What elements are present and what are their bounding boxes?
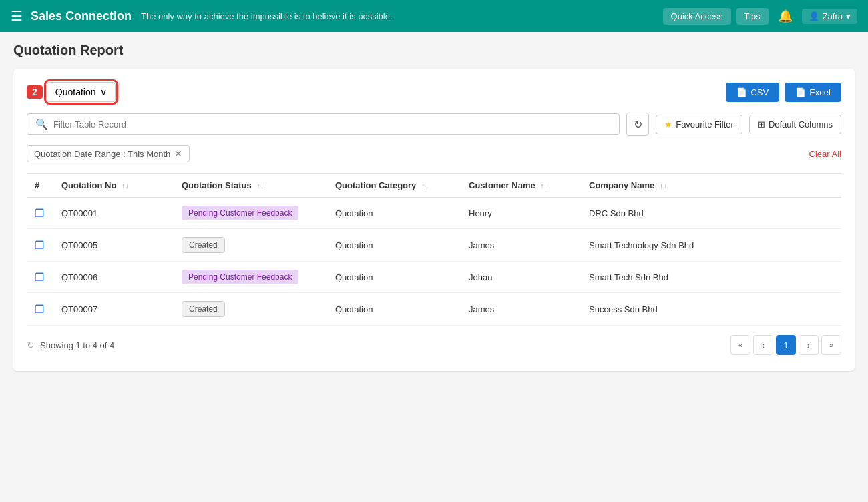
sort-arrows-customer[interactable]: ↑↓ — [540, 182, 548, 190]
row-company-name: Success Sdn Bhd — [581, 293, 841, 326]
footer-refresh-icon[interactable]: ↻ — [27, 340, 35, 350]
navbar-right: Quick Access Tips 🔔 👤 Zafra ▾ — [663, 6, 857, 26]
excel-file-icon: 📄 — [795, 87, 806, 97]
columns-icon: ⊞ — [758, 119, 765, 130]
quotation-dropdown[interactable]: Quotation ∨ — [47, 82, 116, 102]
col-header-quotation-no: Quotation No ↑↓ — [53, 174, 174, 198]
row-status: Created — [174, 293, 327, 326]
toolbar-row: 2 Quotation ∨ 📄 CSV 📄 Excel — [27, 82, 841, 102]
sort-arrows-category[interactable]: ↑↓ — [421, 182, 429, 190]
row-customer-name: James — [461, 293, 581, 326]
user-avatar-icon: 👤 — [809, 11, 819, 21]
user-menu[interactable]: 👤 Zafra ▾ — [802, 9, 857, 24]
table-row: ❐ QT00001 Pending Customer Feedback Quot… — [27, 198, 841, 229]
table-row: ❐ QT00006 Pending Customer Feedback Quot… — [27, 262, 841, 293]
search-icon: 🔍 — [35, 118, 48, 130]
favourite-filter-button[interactable]: ★ Favourite Filter — [656, 115, 742, 134]
row-status: Created — [174, 229, 327, 262]
status-badge: Pending Customer Feedback — [182, 270, 298, 284]
last-page-button[interactable]: » — [821, 335, 841, 355]
search-row: 🔍 ↻ ★ Favourite Filter ⊞ Default Columns — [27, 113, 841, 136]
row-quotation-no: QT00007 — [53, 293, 174, 326]
badge-number: 2 — [27, 85, 43, 99]
col-quotation-no-label: Quotation No — [61, 180, 116, 190]
navbar-tagline: The only way to achieve the impossible i… — [141, 11, 663, 21]
excel-label: Excel — [809, 87, 831, 97]
col-quotation-status-label: Quotation Status — [182, 180, 252, 190]
col-quotation-category-label: Quotation Category — [335, 180, 416, 190]
row-edit-cell: ❐ — [27, 293, 53, 326]
col-header-quotation-status: Quotation Status ↑↓ — [174, 174, 327, 198]
sort-arrows-quotation-no[interactable]: ↑↓ — [122, 182, 129, 190]
menu-icon[interactable]: ☰ — [11, 8, 23, 24]
refresh-button[interactable]: ↻ — [626, 113, 649, 136]
col-header-hash: # — [27, 174, 53, 198]
first-page-button[interactable]: « — [730, 335, 750, 355]
row-customer-name: James — [461, 229, 581, 262]
notification-bell-button[interactable]: 🔔 — [774, 6, 797, 26]
filter-tag-label: Quotation Date Range : This Month — [34, 149, 170, 159]
brand-name: Sales Connection — [31, 9, 132, 23]
bell-icon: 🔔 — [778, 9, 793, 23]
favourite-filter-label: Favourite Filter — [676, 119, 734, 130]
row-company-name: Smart Technology Sdn Bhd — [581, 229, 841, 262]
clear-all-button[interactable]: Clear All — [809, 149, 841, 159]
edit-icon[interactable]: ❐ — [35, 240, 44, 251]
row-category: Quotation — [327, 198, 461, 229]
row-company-name: Smart Tech Sdn Bhd — [581, 262, 841, 293]
edit-icon[interactable]: ❐ — [35, 304, 44, 315]
filter-tag-close-icon[interactable]: ✕ — [174, 148, 182, 159]
table-header-row: # Quotation No ↑↓ Quotation Status ↑↓ Qu… — [27, 174, 841, 198]
edit-icon[interactable]: ❐ — [35, 208, 44, 219]
csv-file-icon: 📄 — [736, 87, 747, 97]
row-customer-name: Johan — [461, 262, 581, 293]
col-header-customer-name: Customer Name ↑↓ — [461, 174, 581, 198]
footer-left: ↻ Showing 1 to 4 of 4 — [27, 340, 114, 350]
data-table: # Quotation No ↑↓ Quotation Status ↑↓ Qu… — [27, 173, 841, 326]
prev-page-button[interactable]: ‹ — [753, 335, 773, 355]
excel-export-button[interactable]: 📄 Excel — [785, 83, 841, 102]
sort-arrows-company[interactable]: ↑↓ — [660, 182, 667, 190]
table-footer: ↻ Showing 1 to 4 of 4 « ‹ 1 › » — [27, 326, 841, 358]
row-category: Quotation — [327, 293, 461, 326]
dropdown-with-badge: 2 Quotation ∨ — [27, 82, 116, 102]
search-input[interactable] — [53, 119, 611, 130]
row-edit-cell: ❐ — [27, 198, 53, 229]
status-badge: Created — [182, 301, 225, 317]
active-filter-tag: Quotation Date Range : This Month ✕ — [27, 145, 190, 162]
sort-arrows-status[interactable]: ↑↓ — [256, 182, 264, 190]
quick-access-button[interactable]: Quick Access — [663, 8, 731, 25]
table-row: ❐ QT00007 Created Quotation James Succes… — [27, 293, 841, 326]
pagination: « ‹ 1 › » — [730, 335, 841, 355]
csv-export-button[interactable]: 📄 CSV — [726, 83, 779, 102]
dropdown-chevron-icon: ∨ — [100, 87, 107, 97]
col-customer-name-label: Customer Name — [469, 180, 535, 190]
next-page-button[interactable]: › — [799, 335, 819, 355]
default-columns-button[interactable]: ⊞ Default Columns — [749, 115, 841, 134]
star-icon: ★ — [664, 119, 672, 130]
col-header-company-name: Company Name ↑↓ — [581, 174, 841, 198]
row-company-name: DRC Sdn Bhd — [581, 198, 841, 229]
status-badge: Pending Customer Feedback — [182, 206, 298, 220]
row-quotation-no: QT00006 — [53, 262, 174, 293]
navbar: ☰ Sales Connection The only way to achie… — [0, 0, 868, 32]
tips-button[interactable]: Tips — [736, 8, 769, 25]
dropdown-label: Quotation — [55, 87, 96, 97]
row-category: Quotation — [327, 262, 461, 293]
user-chevron-icon: ▾ — [846, 11, 851, 21]
edit-icon[interactable]: ❐ — [35, 272, 44, 283]
csv-label: CSV — [750, 87, 769, 97]
page-1-button[interactable]: 1 — [776, 335, 796, 355]
export-buttons: 📄 CSV 📄 Excel — [726, 83, 841, 102]
table-row: ❐ QT00005 Created Quotation James Smart … — [27, 229, 841, 262]
row-customer-name: Henry — [461, 198, 581, 229]
col-company-name-label: Company Name — [589, 180, 654, 190]
table-header: # Quotation No ↑↓ Quotation Status ↑↓ Qu… — [27, 174, 841, 198]
search-box: 🔍 — [27, 113, 620, 135]
page-title: Quotation Report — [13, 43, 855, 58]
status-badge: Created — [182, 237, 225, 253]
showing-text: Showing 1 to 4 of 4 — [40, 340, 114, 350]
main-content: Quotation Report 2 Quotation ∨ 📄 CSV 📄 E… — [0, 32, 868, 502]
col-hash-label: # — [35, 180, 39, 190]
row-status: Pending Customer Feedback — [174, 262, 327, 293]
